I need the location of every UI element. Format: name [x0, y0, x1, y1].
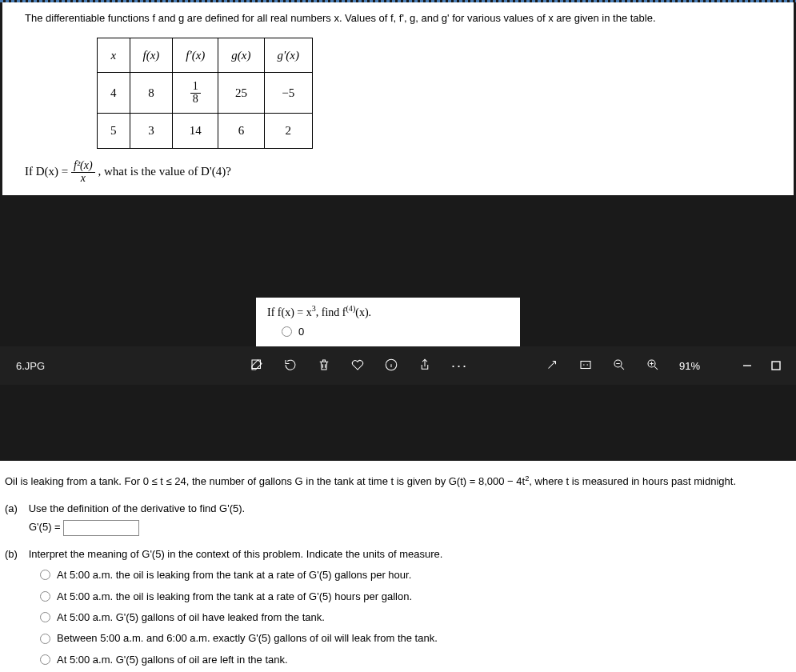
zoom-in-icon[interactable]	[646, 358, 660, 374]
share-icon[interactable]	[418, 358, 432, 374]
th-fx: f(x)	[130, 38, 173, 73]
problem-1-question: If D(x) = f²(x)x , what is the value of …	[25, 160, 778, 184]
problem-1-panel: The differentiable functions f and g are…	[2, 2, 794, 195]
th-gx: g(x)	[218, 38, 264, 73]
radio-icon[interactable]	[40, 570, 50, 580]
values-table: x f(x) f'(x) g(x) g'(x) 4 8 18 25 −5 5 3…	[97, 38, 313, 149]
info-icon[interactable]	[384, 358, 398, 374]
mid-option-0[interactable]: 0	[282, 326, 509, 338]
filename-label: 6.JPG	[14, 360, 45, 372]
option-row[interactable]: At 5:00 a.m. the oil is leaking from the…	[40, 566, 791, 584]
th-fpx: f'(x)	[173, 38, 218, 73]
viewer-toolbar: 6.JPG ··· 91%	[0, 346, 796, 385]
zoom-level: 91%	[679, 360, 700, 372]
problem-2-stem: Oil is leaking from a tank. For 0 ≤ t ≤ …	[5, 472, 791, 491]
radio-icon[interactable]	[40, 654, 50, 665]
option-row[interactable]: At 5:00 a.m. G'(5) gallons of oil are le…	[40, 650, 791, 669]
edit-icon[interactable]	[250, 358, 264, 374]
table-row: 5 3 14 6 2	[98, 114, 313, 149]
part-a: (a) Use the definition of the derivative…	[5, 499, 791, 537]
mid-preview-strip: If f(x) = x3, find f(4)(x). 0	[0, 298, 796, 346]
right-icon-group: 91%	[545, 358, 700, 374]
radio-icon[interactable]	[282, 326, 292, 337]
center-icon-group: ···	[250, 358, 468, 374]
radio-icon[interactable]	[40, 591, 50, 602]
heart-icon[interactable]	[350, 358, 365, 374]
minimize-button[interactable]	[742, 360, 753, 371]
gprime5-input[interactable]	[63, 520, 139, 536]
more-icon[interactable]: ···	[451, 358, 468, 374]
mid-question: If f(x) = x3, find f(4)(x).	[267, 304, 509, 319]
table-row: 4 8 18 25 −5	[98, 73, 313, 114]
option-row[interactable]: Between 5:00 a.m. and 6:00 a.m. exactly …	[40, 629, 791, 647]
th-x: x	[98, 38, 130, 73]
fit-icon[interactable]	[578, 358, 593, 374]
th-gpx: g'(x)	[264, 38, 312, 73]
delete-icon[interactable]	[317, 358, 331, 374]
part-a-answer-row: G'(5) =	[29, 518, 791, 536]
problem-2-panel: Oil is leaking from a tank. For 0 ≤ t ≤ …	[0, 461, 796, 672]
mid-preview-panel: If f(x) = x3, find f(4)(x). 0	[256, 298, 520, 346]
background-gap-2	[0, 385, 796, 461]
part-b: (b) Interpret the meaning of G'(5) in th…	[5, 545, 791, 669]
rotate-icon[interactable]	[283, 358, 298, 374]
problem-1-prompt: The differentiable functions f and g are…	[25, 10, 778, 26]
radio-icon[interactable]	[40, 634, 50, 644]
window-buttons	[742, 360, 782, 371]
zoom-out-icon[interactable]	[612, 358, 626, 374]
fullscreen-icon[interactable]	[545, 358, 559, 374]
background-gap	[0, 195, 796, 298]
svg-rect-5	[772, 362, 780, 370]
option-row[interactable]: At 5:00 a.m. G'(5) gallons of oil have l…	[40, 608, 791, 626]
radio-icon[interactable]	[40, 612, 50, 622]
maximize-button[interactable]	[770, 360, 782, 371]
svg-rect-2	[581, 361, 590, 368]
option-row[interactable]: At 5:00 a.m. the oil is leaking from the…	[40, 587, 791, 606]
